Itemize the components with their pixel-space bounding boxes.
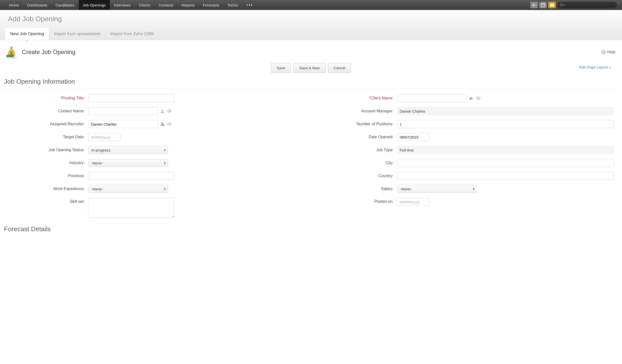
global-search[interactable]: ▾ [557, 2, 617, 8]
mail-icon[interactable] [548, 2, 556, 8]
save-button[interactable]: Save [271, 63, 291, 73]
label-country: Country: [312, 174, 397, 178]
contact-clear-icon[interactable] [167, 109, 172, 113]
save-new-button[interactable]: Save & New [293, 63, 326, 73]
recruiter-lookup-icon[interactable] [160, 122, 165, 126]
nav-more-icon[interactable]: ••• [242, 0, 257, 10]
label-posted-on: Posted on: [312, 198, 397, 204]
select-industry[interactable]: -None- [88, 159, 168, 167]
input-contact-name[interactable] [88, 107, 158, 115]
svg-point-14 [169, 124, 170, 125]
label-date-opened: Date Opened: [312, 135, 397, 139]
select-salary[interactable]: -None- [397, 185, 477, 193]
subtab-import-zoho-crm[interactable]: Import from Zoho CRM [105, 28, 159, 40]
nav-interviews[interactable]: Interviews [110, 0, 135, 10]
client-lookup-icon[interactable] [469, 96, 474, 100]
add-icon[interactable]: ▾ [530, 2, 538, 8]
svg-point-10 [162, 110, 163, 111]
search-caret-icon: ▾ [564, 4, 565, 6]
calendar-icon[interactable] [539, 2, 547, 8]
label-target-date: Target Date: [3, 135, 88, 139]
label-contact-name: Contact Name: [3, 109, 88, 113]
svg-rect-7 [470, 98, 471, 100]
input-date-opened[interactable] [397, 133, 429, 141]
label-number-positions: Number of Positions: [312, 122, 397, 126]
label-city: City: [312, 161, 397, 165]
money-bag-icon: $ [4, 45, 18, 59]
nav-contacts[interactable]: Contacts [155, 0, 178, 10]
input-posted-on[interactable] [397, 198, 429, 206]
input-country[interactable] [397, 172, 614, 180]
section-job-info-title: Job Opening Information [3, 75, 619, 89]
actions-row: Save Save & New Cancel Edit Page Layout … [3, 63, 619, 75]
help-link[interactable]: ? Help [601, 50, 616, 54]
select-work-experience[interactable]: -None- [88, 185, 168, 193]
label-province: Province: [3, 174, 88, 178]
label-client-name: Client Name: [312, 96, 397, 100]
subtab-import-spreadsheet[interactable]: Import from spreadsheet [49, 28, 105, 40]
input-posting-title[interactable] [88, 94, 174, 102]
input-target-date[interactable] [88, 133, 121, 141]
input-assigned-recruiter[interactable] [88, 120, 158, 128]
nav-dashboards[interactable]: Dashboards [23, 0, 52, 10]
subtab-new-job-opening[interactable]: New Job Opening [5, 28, 49, 40]
input-client-name[interactable] [397, 94, 467, 102]
select-job-status[interactable]: In-progress [88, 146, 168, 154]
input-province[interactable] [88, 172, 174, 180]
page-subtitle: Add Job Opening [8, 15, 614, 23]
label-job-type: Job Type: [312, 148, 397, 152]
svg-point-12 [161, 122, 163, 124]
display-job-type: Full time [397, 146, 614, 154]
nav-home[interactable]: Home [5, 0, 23, 10]
sub-tabs: New Job Opening Import from spreadsheet … [0, 28, 622, 40]
contact-lookup-icon[interactable] [160, 109, 165, 113]
nav-clients[interactable]: Clients [135, 0, 155, 10]
nav-tabs: Home Dashboards Candidates Job Openings … [5, 0, 257, 10]
edit-layout-link[interactable]: Edit Page Layout » [579, 65, 611, 69]
input-skill-set[interactable] [88, 198, 174, 218]
label-industry: Industry: [3, 161, 88, 165]
help-label: Help [607, 50, 616, 54]
input-city[interactable] [397, 159, 614, 167]
nav-forecasts[interactable]: Forecasts [199, 0, 224, 10]
label-account-manager: Account Manager: [312, 109, 397, 113]
svg-point-11 [169, 111, 170, 112]
input-number-positions[interactable] [397, 120, 614, 128]
form-job-info: Posting Title: Client Name: Contact Name… [3, 94, 619, 223]
label-skill-set: Skill set: [3, 198, 88, 204]
topbar-right: ▾ ▾ [530, 0, 617, 10]
nav-todos[interactable]: ToDos [223, 0, 242, 10]
cancel-button[interactable]: Cancel [328, 63, 351, 73]
nav-candidates[interactable]: Candidates [52, 0, 79, 10]
nav-job-openings[interactable]: Job Openings [79, 0, 110, 10]
top-navigation: Home Dashboards Candidates Job Openings … [0, 0, 622, 10]
svg-point-9 [478, 98, 479, 99]
sub-header: Add Job Opening New Job Opening Import f… [0, 10, 622, 40]
display-account-manager: Darwin Charles [397, 107, 614, 115]
svg-rect-8 [471, 97, 473, 100]
svg-rect-0 [541, 3, 545, 7]
svg-rect-6 [7, 55, 14, 56]
nav-reports[interactable]: Reports [178, 0, 199, 10]
label-assigned-recruiter: Assigned Recruiter: [3, 122, 88, 126]
client-clear-icon[interactable] [476, 96, 481, 100]
section-forecast-title: Forecast Details [3, 223, 619, 233]
svg-point-2 [560, 4, 562, 6]
help-icon: ? [601, 50, 606, 54]
label-work-experience: Work Experience: [3, 187, 88, 191]
label-job-status: Job Opening Status: [3, 148, 88, 152]
label-salary: Salary: [312, 187, 397, 191]
page-heading: Create Job Opening [22, 49, 75, 56]
label-posting-title: Posting Title: [3, 96, 88, 100]
recruiter-clear-icon[interactable] [167, 122, 172, 126]
main-content: $ Create Job Opening ? Help Save Save & … [0, 40, 622, 238]
